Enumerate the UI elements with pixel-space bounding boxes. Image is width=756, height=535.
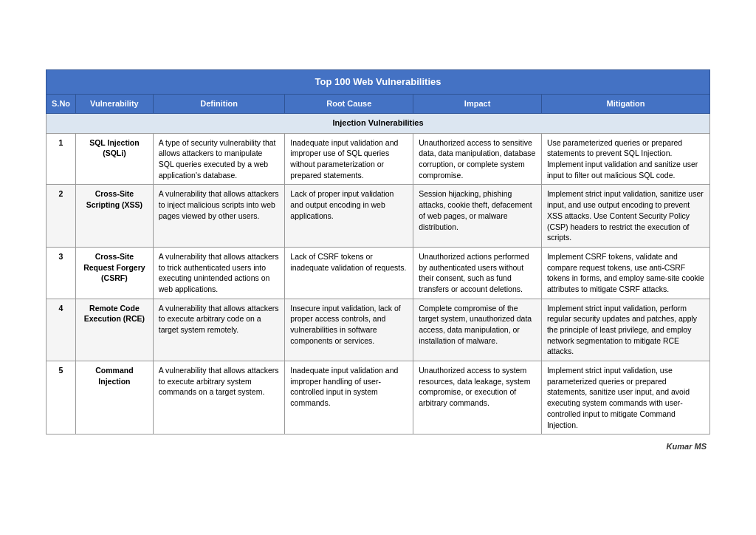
page-wrapper: Top 100 Web Vulnerabilities S.No Vulnera… [24,55,732,480]
row-vulnerability: Cross-Site Scripting (XSS) [76,185,154,247]
table-row: 4Remote Code Execution (RCE)A vulnerabil… [47,299,710,361]
row-rootcause: Inadequate input validation and improper… [285,133,413,185]
vulnerabilities-table: Top 100 Web Vulnerabilities S.No Vulnera… [46,69,710,435]
column-headers-row: S.No Vulnerability Definition Root Cause… [47,94,710,113]
row-definition: A vulnerability that allows attackers to… [153,299,285,361]
table-row: 1SQL Injection (SQLi)A type of security … [47,133,710,185]
footer-text: Kumar MS [46,442,710,451]
row-rootcause: Insecure input validation, lack of prope… [285,299,413,361]
row-impact: Unauthorized actions performed by authen… [413,247,542,299]
col-header-vulnerability: Vulnerability [76,94,154,113]
row-rootcause: Inadequate input validation and improper… [285,361,413,435]
row-sno: 2 [47,185,76,247]
row-definition: A type of security vulnerability that al… [153,133,285,185]
row-rootcause: Lack of proper input validation and outp… [285,185,413,247]
row-definition: A vulnerability that allows attackers to… [153,185,285,247]
row-sno: 4 [47,299,76,361]
row-impact: Complete compromise of the target system… [413,299,542,361]
row-vulnerability: Cross-Site Request Forgery (CSRF) [76,247,154,299]
section-header-row: Injection Vulnerabilities [47,114,710,133]
row-vulnerability: Remote Code Execution (RCE) [76,299,154,361]
row-sno: 5 [47,361,76,435]
row-sno: 3 [47,247,76,299]
row-mitigation: Implement CSRF tokens, validate and comp… [541,247,709,299]
table-row: 2Cross-Site Scripting (XSS)A vulnerabili… [47,185,710,247]
row-rootcause: Lack of CSRF tokens or inadequate valida… [285,247,413,299]
table-body: 1SQL Injection (SQLi)A type of security … [47,133,710,435]
table-row: 5Command InjectionA vulnerability that a… [47,361,710,435]
col-header-definition: Definition [153,94,285,113]
section-header: Injection Vulnerabilities [47,114,710,133]
row-impact: Unauthorized access to system resources,… [413,361,542,435]
row-mitigation: Implement strict input validation, use p… [541,361,709,435]
table-title-row: Top 100 Web Vulnerabilities [47,69,710,94]
row-impact: Session hijacking, phishing attacks, coo… [413,185,542,247]
row-mitigation: Use parameterized queries or prepared st… [541,133,709,185]
row-vulnerability: SQL Injection (SQLi) [76,133,154,185]
row-definition: A vulnerability that allows attackers to… [153,361,285,435]
col-header-sno: S.No [47,94,76,113]
row-mitigation: Implement strict input validation, perfo… [541,299,709,361]
col-header-impact: Impact [413,94,542,113]
table-row: 3Cross-Site Request Forgery (CSRF)A vuln… [47,247,710,299]
row-mitigation: Implement strict input validation, sanit… [541,185,709,247]
col-header-mitigation: Mitigation [541,94,709,113]
row-definition: A vulnerability that allows attackers to… [153,247,285,299]
table-title: Top 100 Web Vulnerabilities [47,69,710,94]
row-vulnerability: Command Injection [76,361,154,435]
col-header-rootcause: Root Cause [285,94,413,113]
row-impact: Unauthorized access to sensitive data, d… [413,133,542,185]
row-sno: 1 [47,133,76,185]
